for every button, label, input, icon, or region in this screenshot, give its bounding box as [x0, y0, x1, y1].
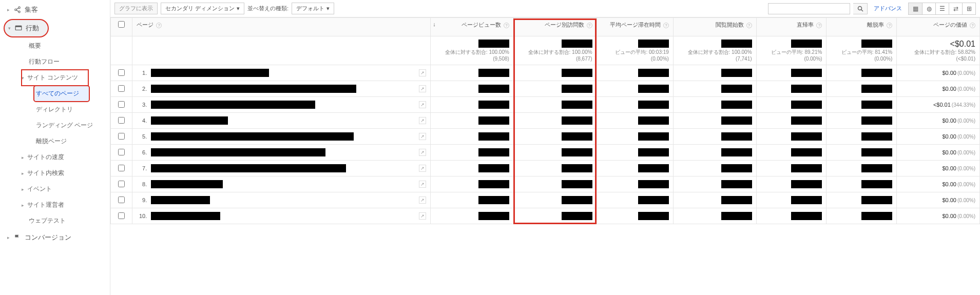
redacted-value: [791, 212, 822, 220]
nav-site-search[interactable]: サイト内検索: [29, 165, 110, 181]
nav-landing-pages[interactable]: ランディング ページ: [36, 117, 110, 133]
nav-behavior[interactable]: ▾ 行動: [4, 19, 48, 37]
open-link-icon[interactable]: ↗: [419, 117, 426, 124]
redacted-value: [721, 196, 752, 204]
open-link-icon[interactable]: ↗: [419, 181, 426, 188]
redacted-value: [478, 132, 509, 141]
redacted-page-path: [151, 132, 354, 141]
advanced-link[interactable]: アドバンス: [874, 5, 902, 12]
view-compare-icon[interactable]: ⇄: [949, 3, 962, 14]
redacted-value: [721, 101, 752, 109]
view-table-icon[interactable]: ▦: [909, 3, 922, 14]
col-entrances[interactable]: 閲覧開始数 ?: [673, 18, 756, 36]
page-value-pct: (0.00%): [957, 118, 975, 124]
open-link-icon[interactable]: ↗: [419, 85, 426, 92]
row-checkbox[interactable]: [118, 196, 125, 203]
row-number: 6.: [137, 149, 147, 155]
redacted-value: [721, 69, 752, 77]
page-value-pct: (0.00%): [957, 166, 975, 171]
row-checkbox[interactable]: [118, 181, 125, 187]
open-link-icon[interactable]: ↗: [419, 133, 426, 140]
nav-behavior-flow[interactable]: 行動フロー: [29, 54, 110, 70]
nav-web-test[interactable]: ウェブテスト: [29, 213, 110, 229]
help-icon[interactable]: ?: [887, 23, 892, 28]
nav-publisher[interactable]: サイト運営者: [29, 197, 110, 213]
view-pivot-icon[interactable]: ⊞: [962, 3, 975, 14]
nav-directory[interactable]: ディレクトリ: [36, 102, 110, 117]
row-checkbox[interactable]: [118, 101, 125, 108]
secondary-dimension-select[interactable]: セカンダリ ディメンション ▾: [161, 3, 244, 14]
redacted-value: [478, 212, 509, 220]
page-value: $0.00: [942, 117, 956, 124]
col-pageviews[interactable]: ページビュー数 ?: [431, 18, 514, 36]
data-table: ページ ? ページビュー数 ? ページ別訪問数 ? 平均ページ滞在時間 ? 閲覧…: [110, 17, 980, 224]
redacted-value: [562, 85, 592, 93]
help-icon[interactable]: ?: [970, 23, 975, 28]
view-pie-icon[interactable]: ◍: [922, 3, 935, 14]
row-number: 10.: [137, 213, 147, 219]
help-icon[interactable]: ?: [816, 23, 822, 28]
row-checkbox[interactable]: [118, 165, 125, 171]
open-link-icon[interactable]: ↗: [419, 101, 426, 108]
chevron-down-icon: ▾: [326, 5, 330, 12]
col-unique-pageviews[interactable]: ページ別訪問数 ?: [513, 18, 597, 36]
redacted-value: [791, 164, 822, 172]
search-input[interactable]: [768, 3, 850, 14]
col-exit-rate[interactable]: 離脱率 ?: [827, 18, 897, 36]
nav-overview[interactable]: 概要: [29, 38, 110, 54]
table-row: 8.↗$0.00(0.00%): [111, 176, 980, 192]
redacted-value: [562, 116, 592, 125]
search-button[interactable]: [853, 3, 868, 14]
view-toggle: ▦ ◍ ☰ ⇄ ⊞: [908, 3, 976, 15]
help-icon[interactable]: ?: [504, 23, 509, 28]
open-link-icon[interactable]: ↗: [419, 165, 426, 172]
help-icon[interactable]: ?: [663, 23, 669, 28]
sort-type-select[interactable]: デフォルト ▾: [292, 3, 334, 14]
nav-all-pages[interactable]: すべてのページ: [34, 86, 89, 102]
col-bounce-rate[interactable]: 直帰率 ?: [756, 18, 827, 36]
redacted-value: [791, 196, 822, 204]
row-checkbox[interactable]: [118, 133, 125, 140]
nav-exit-pages[interactable]: 離脱ページ: [36, 133, 110, 149]
row-checkbox[interactable]: [118, 85, 125, 92]
open-link-icon[interactable]: ↗: [419, 196, 426, 204]
page-value-pct: (344.33%): [952, 102, 975, 108]
page-value: $0.00: [942, 197, 956, 203]
row-number: 5.: [137, 133, 147, 140]
row-checkbox[interactable]: [118, 212, 125, 219]
col-avg-time[interactable]: 平均ページ滞在時間 ?: [597, 18, 673, 36]
redacted-value: [721, 85, 752, 93]
select-all-checkbox[interactable]: [118, 21, 125, 28]
nav-site-content[interactable]: サイト コンテンツ: [22, 70, 88, 86]
view-bar-icon[interactable]: ☰: [935, 3, 949, 14]
open-link-icon[interactable]: ↗: [419, 149, 426, 156]
help-icon[interactable]: ?: [156, 23, 162, 28]
nav-site-speed[interactable]: サイトの速度: [29, 149, 110, 165]
table-row: 7.↗$0.00(0.00%): [111, 161, 980, 176]
table-row: 4.↗$0.00(0.00%): [111, 113, 980, 129]
redacted-value: [721, 164, 752, 172]
nav-label: コンバージョン: [25, 233, 71, 242]
col-page-value[interactable]: ページの価値 ?: [897, 18, 980, 36]
nav-events[interactable]: イベント: [29, 181, 110, 197]
redacted-value: [478, 148, 509, 156]
row-checkbox[interactable]: [118, 69, 125, 76]
help-icon[interactable]: ?: [587, 23, 592, 28]
nav-conversions[interactable]: ▸ コンバージョン: [0, 229, 110, 246]
row-checkbox[interactable]: [118, 117, 125, 124]
open-link-icon[interactable]: ↗: [419, 212, 426, 220]
help-icon[interactable]: ?: [746, 23, 752, 28]
graph-button[interactable]: グラフに表示: [114, 3, 158, 14]
page-value-pct: (0.00%): [957, 213, 975, 219]
col-page[interactable]: ページ ?: [132, 18, 431, 36]
page-value: $0.00: [942, 133, 956, 140]
row-checkbox[interactable]: [118, 149, 125, 155]
row-number: 8.: [137, 181, 147, 187]
col-checkbox: [111, 18, 132, 36]
page-value-pct: (0.00%): [957, 182, 975, 187]
share-icon: [12, 6, 23, 13]
open-link-icon[interactable]: ↗: [419, 69, 426, 76]
nav-acquisition[interactable]: ▸ 集客: [0, 1, 110, 18]
redacted-value: [562, 212, 592, 220]
screen-icon: [13, 25, 24, 31]
